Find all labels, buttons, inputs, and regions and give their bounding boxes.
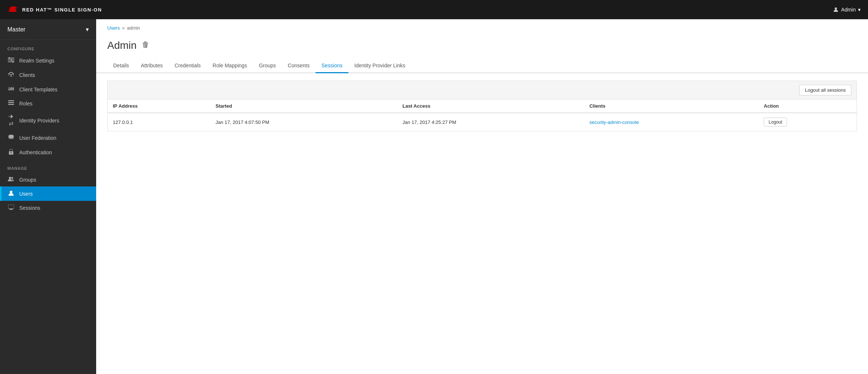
- sidebar-item-label: Users: [19, 191, 33, 197]
- table-header-row: IP Address Started Last Access Clients A…: [108, 100, 857, 113]
- col-clients: Clients: [584, 100, 759, 113]
- sidebar-item-label: User Federation: [19, 135, 56, 141]
- breadcrumb: Users » admin: [96, 19, 868, 34]
- svg-rect-10: [8, 104, 14, 105]
- sessions-content: Logout all sessions IP Address Started L…: [96, 73, 868, 139]
- users-icon: [7, 190, 15, 197]
- svg-rect-9: [8, 102, 14, 103]
- trash-icon: [142, 41, 148, 48]
- sessions-table-wrapper: Logout all sessions IP Address Started L…: [107, 81, 857, 131]
- svg-rect-20: [9, 209, 13, 210]
- client-link[interactable]: security-admin-console: [590, 119, 639, 125]
- sidebar-item-label: Identity Providers: [19, 118, 59, 124]
- svg-point-15: [9, 177, 11, 179]
- sidebar-item-label: Groups: [19, 177, 36, 183]
- main-layout: Master ▾ Configure Realm Settings Client…: [0, 19, 868, 374]
- tabs-bar: Details Attributes Credentials Role Mapp…: [96, 59, 868, 73]
- breadcrumb-separator: »: [122, 25, 125, 31]
- svg-point-17: [10, 191, 13, 193]
- svg-rect-4: [8, 61, 14, 62]
- page-title: Admin: [107, 40, 136, 51]
- realm-settings-icon: [7, 57, 15, 64]
- svg-rect-6: [11, 59, 12, 61]
- tab-identity-provider-links[interactable]: Identity Provider Links: [348, 59, 411, 73]
- sidebar-item-users[interactable]: Users: [0, 186, 96, 201]
- sidebar-item-label: Clients: [19, 72, 35, 78]
- svg-rect-19: [10, 209, 12, 209]
- logout-all-sessions-button[interactable]: Logout all sessions: [799, 85, 851, 95]
- realm-selector[interactable]: Master ▾: [0, 19, 96, 40]
- svg-point-1: [835, 7, 837, 10]
- roles-icon: [7, 100, 15, 107]
- col-started: Started: [210, 100, 398, 113]
- svg-rect-21: [142, 43, 148, 43]
- sidebar-item-label: Roles: [19, 101, 33, 107]
- user-federation-icon: [7, 134, 15, 141]
- tab-groups[interactable]: Groups: [253, 59, 282, 73]
- sidebar-item-client-templates[interactable]: Client Templates: [0, 82, 96, 97]
- client-templates-icon: [7, 86, 15, 93]
- tab-consents[interactable]: Consents: [282, 59, 315, 73]
- page-header: Admin: [96, 34, 868, 59]
- realm-chevron-icon: ▾: [86, 26, 89, 33]
- clients-icon: [7, 71, 15, 78]
- svg-rect-22: [144, 41, 146, 43]
- tab-details[interactable]: Details: [107, 59, 135, 73]
- sidebar-item-user-federation[interactable]: User Federation: [0, 131, 96, 145]
- sidebar-item-label: Sessions: [19, 205, 40, 211]
- manage-section-label: Manage: [0, 159, 96, 173]
- sidebar-item-label: Realm Settings: [19, 58, 54, 64]
- svg-point-14: [11, 152, 12, 154]
- user-menu[interactable]: Admin ▾: [833, 7, 861, 13]
- brand-text: RED HAT™ SINGLE SIGN-ON: [22, 7, 102, 13]
- tab-sessions[interactable]: Sessions: [315, 59, 348, 73]
- sidebar-item-label: Client Templates: [19, 87, 57, 92]
- cell-action: Logout: [759, 113, 857, 131]
- groups-icon: [7, 176, 15, 183]
- svg-rect-18: [8, 205, 14, 209]
- sessions-icon: [7, 205, 15, 211]
- col-last-access: Last Access: [397, 100, 584, 113]
- svg-rect-7: [13, 61, 13, 63]
- user-icon: [833, 7, 839, 13]
- tab-role-mappings[interactable]: Role Mappings: [207, 59, 253, 73]
- sidebar-item-groups[interactable]: Groups: [0, 173, 96, 186]
- sidebar-item-authentication[interactable]: Authentication: [0, 145, 96, 159]
- breadcrumb-current: admin: [127, 25, 140, 31]
- cell-last-access: Jan 17, 2017 4:25:27 PM: [397, 113, 584, 131]
- sidebar-item-label: Authentication: [19, 149, 52, 155]
- tab-credentials[interactable]: Credentials: [169, 59, 207, 73]
- sidebar: Master ▾ Configure Realm Settings Client…: [0, 19, 96, 374]
- svg-point-0: [10, 6, 16, 9]
- col-ip-address: IP Address: [108, 100, 210, 113]
- breadcrumb-parent-link[interactable]: Users: [107, 25, 120, 31]
- tab-attributes[interactable]: Attributes: [135, 59, 169, 73]
- cell-started: Jan 17, 2017 4:07:50 PM: [210, 113, 398, 131]
- content-area: Users » admin Admin Details Attributes C…: [96, 19, 868, 374]
- table-toolbar: Logout all sessions: [108, 81, 857, 100]
- sessions-table: IP Address Started Last Access Clients A…: [108, 100, 857, 131]
- sidebar-item-realm-settings[interactable]: Realm Settings: [0, 53, 96, 68]
- authentication-icon: [7, 149, 15, 156]
- sidebar-item-roles[interactable]: Roles: [0, 97, 96, 110]
- top-navbar: RED HAT™ SINGLE SIGN-ON Admin ▾: [0, 0, 868, 19]
- configure-section-label: Configure: [0, 40, 96, 53]
- cell-ip: 127.0.0.1: [108, 113, 210, 131]
- brand: RED HAT™ SINGLE SIGN-ON: [7, 6, 102, 14]
- user-label: Admin: [841, 7, 856, 13]
- sidebar-item-sessions[interactable]: Sessions: [0, 201, 96, 215]
- svg-rect-5: [9, 57, 10, 59]
- col-action: Action: [759, 100, 857, 113]
- svg-rect-8: [8, 100, 14, 101]
- user-chevron-icon: ▾: [858, 7, 861, 13]
- realm-name: Master: [7, 26, 26, 33]
- redhat-logo-icon: [7, 6, 19, 14]
- logout-session-button[interactable]: Logout: [764, 118, 787, 127]
- identity-providers-icon: ⇄: [7, 114, 15, 127]
- table-row: 127.0.0.1 Jan 17, 2017 4:07:50 PM Jan 17…: [108, 113, 857, 131]
- sidebar-item-identity-providers[interactable]: ⇄ Identity Providers: [0, 110, 96, 131]
- cell-client: security-admin-console: [584, 113, 759, 131]
- svg-point-16: [11, 177, 13, 179]
- delete-user-button[interactable]: [141, 40, 150, 51]
- sidebar-item-clients[interactable]: Clients: [0, 68, 96, 82]
